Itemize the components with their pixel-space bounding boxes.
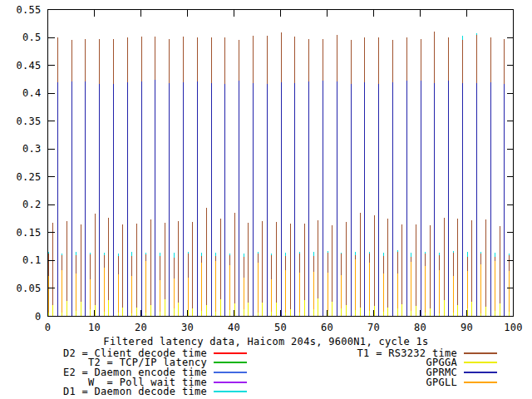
impulse-segment-gpgll bbox=[145, 261, 146, 313]
impulse-segment-gpgga bbox=[290, 309, 291, 317]
x-tick-label: 30 bbox=[181, 322, 194, 333]
impulse-segment-gprmc bbox=[323, 81, 323, 317]
impulse-segment-gpgll bbox=[244, 309, 244, 317]
impulse-segment-gprmc bbox=[224, 84, 225, 317]
impulse-segment-gpgga bbox=[332, 225, 332, 302]
impulse-segment-gprmc bbox=[224, 37, 225, 84]
impulse-segment-gpgll bbox=[355, 310, 356, 316]
legend-line-sample-d1 bbox=[214, 391, 247, 392]
impulse-segment-gpgga bbox=[387, 308, 388, 316]
impulse-segment-gprmc bbox=[253, 36, 254, 83]
legend-line-sample-t2 bbox=[214, 362, 247, 363]
impulse-segment-gpgll bbox=[480, 254, 481, 265]
impulse-segment-gpgga bbox=[457, 305, 458, 317]
y-tick-label: 0.1 bbox=[22, 254, 42, 266]
impulse-segment-gprmc bbox=[476, 83, 477, 317]
impulse-segment-gprmc bbox=[337, 81, 337, 317]
impulse-segment-gpgll bbox=[313, 256, 314, 273]
legend-item-gpgga: GPGGA bbox=[298, 358, 497, 368]
impulse-segment-gpgga bbox=[416, 306, 416, 317]
impulse-segment-gpgll bbox=[495, 261, 495, 311]
impulse-segment-gpgga bbox=[304, 224, 305, 299]
impulse-segment-gpgll bbox=[229, 255, 230, 266]
impulse-segment-gprmc bbox=[308, 81, 309, 317]
impulse-segment-gpgll bbox=[271, 312, 272, 316]
impulse-segment-gpgga bbox=[430, 308, 431, 317]
impulse-segment-gpgga bbox=[444, 300, 445, 317]
impulse-segment-gpgll bbox=[271, 255, 272, 280]
impulse-segment-gpgga bbox=[485, 307, 486, 316]
impulse-segment-gpgga bbox=[136, 307, 137, 316]
impulse-segment-gprmc bbox=[211, 83, 212, 316]
impulse-segment-gpgll bbox=[201, 253, 202, 256]
impulse-segment-gpgga bbox=[276, 303, 277, 317]
impulse-segment-gprmc bbox=[392, 82, 393, 317]
impulse-segment-gpgga bbox=[81, 224, 81, 302]
impulse-segment-gpgll bbox=[411, 262, 411, 311]
impulse-segment-gpgga bbox=[122, 224, 123, 308]
impulse-segment-gprmc bbox=[183, 37, 184, 83]
impulse-segment-gpgga bbox=[66, 301, 67, 317]
impulse-segment-gprmc bbox=[378, 37, 379, 85]
impulse-segment-gpgga bbox=[471, 220, 472, 302]
impulse-segment-gpgga bbox=[485, 219, 486, 307]
impulse-segment-gpgll bbox=[383, 312, 384, 316]
impulse-segment-gpgga bbox=[387, 219, 388, 308]
impulse-segment-gpgll bbox=[369, 311, 370, 316]
impulse-segment-gprmc bbox=[351, 84, 352, 316]
impulse-segment-gprmc bbox=[71, 40, 72, 81]
impulse-segment-gpgll bbox=[425, 266, 426, 313]
impulse-segment-gpgga bbox=[500, 226, 500, 303]
impulse-segment-gpgll bbox=[341, 275, 342, 308]
impulse-segment-gpgll bbox=[258, 313, 259, 316]
impulse-segment-gpgll bbox=[76, 311, 76, 316]
impulse-segment-gpgga bbox=[220, 299, 221, 316]
impulse-segment-gpgga bbox=[276, 222, 277, 303]
impulse-segment-gpgll bbox=[467, 257, 468, 271]
impulse-segment-gprmc bbox=[253, 83, 254, 317]
legend-line-sample-e2 bbox=[214, 372, 247, 373]
y-tick-label: 0.2 bbox=[22, 199, 42, 210]
impulse-segment-gprmc bbox=[434, 32, 435, 83]
impulse-segment-gprmc bbox=[476, 33, 477, 35]
impulse-segment-gpgll bbox=[118, 274, 119, 313]
impulse-segment-gpgll bbox=[397, 308, 398, 316]
impulse-segment-gpgga bbox=[150, 305, 151, 316]
legend-item-gpgll: GPGLL bbox=[298, 377, 497, 387]
impulse-segment-gprmc bbox=[448, 37, 449, 81]
impulse-segment-gpgll bbox=[299, 254, 300, 273]
legend-label-gpgll: GPGLL bbox=[426, 377, 457, 388]
impulse-segment-gpgll bbox=[425, 252, 426, 254]
impulse-segment-gpgll bbox=[439, 270, 440, 313]
impulse-segment-gprmc bbox=[323, 39, 323, 81]
impulse-segment-gprmc bbox=[99, 39, 100, 84]
impulse-segment-gprmc bbox=[267, 84, 268, 317]
impulse-segment-gpgll bbox=[188, 254, 189, 278]
impulse-segment-gprmc bbox=[113, 39, 114, 84]
impulse-segment-gpgll bbox=[215, 312, 216, 317]
impulse-segment-gprmc bbox=[476, 35, 477, 83]
impulse-segment-gpgll bbox=[397, 252, 398, 273]
impulse-segment-gpgga bbox=[262, 221, 263, 303]
y-tick-label: 0.15 bbox=[16, 227, 41, 239]
legend-label-d1: D1 = Daemon decode time bbox=[63, 386, 207, 397]
impulse-segment-gprmc bbox=[99, 84, 100, 317]
impulse-segment-gpgll bbox=[160, 256, 160, 280]
impulse-segment-gpgll bbox=[188, 252, 189, 254]
impulse-segment-gpgll bbox=[341, 308, 342, 317]
impulse-segment-gpgll bbox=[90, 309, 91, 317]
impulse-segment-gpgll bbox=[355, 252, 356, 256]
impulse-segment-gpgga bbox=[81, 302, 81, 317]
impulse-segment-gpgll bbox=[258, 252, 259, 254]
impulse-segment-gpgga bbox=[108, 218, 109, 300]
x-tick-label: 60 bbox=[321, 322, 333, 333]
impulse-segment-gpgll bbox=[299, 252, 300, 254]
impulse-segment-gpgga bbox=[332, 302, 332, 317]
impulse-segment-gprmc bbox=[239, 81, 239, 316]
impulse-segment-gpgga bbox=[178, 303, 179, 317]
x-tick-label: 100 bbox=[504, 322, 523, 333]
impulse-segment-gpgga bbox=[500, 303, 500, 317]
impulse-segment-gpgll bbox=[118, 256, 119, 274]
legend-line-sample-gpgga bbox=[464, 362, 497, 363]
impulse-segment-gpgga bbox=[165, 299, 165, 316]
